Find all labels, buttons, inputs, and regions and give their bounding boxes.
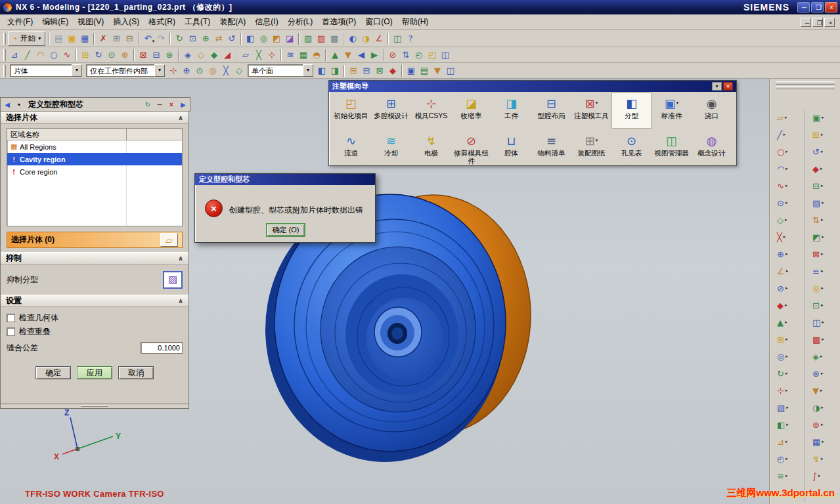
edit-down-icon[interactable]: ▼ bbox=[342, 49, 355, 62]
select-b-icon[interactable]: ⊟ bbox=[360, 64, 373, 77]
rail-icon-18[interactable]: ◧▸ bbox=[774, 416, 801, 433]
paste-icon[interactable]: ⊟ bbox=[123, 32, 136, 45]
open-icon[interactable]: ▣ bbox=[65, 32, 78, 45]
rail-icon-18[interactable]: ⊕▸ bbox=[810, 416, 836, 433]
rail-icon-3[interactable]: ◠▸ bbox=[774, 160, 801, 177]
chevron-down-icon[interactable]: ▾ bbox=[303, 64, 313, 77]
select-f-icon[interactable]: ▤ bbox=[418, 64, 431, 77]
rail-icon-10[interactable]: ⊘▸ bbox=[774, 280, 801, 297]
rail-icon-21[interactable]: ≋▸ bbox=[774, 467, 801, 484]
wizard-item-2[interactable]: ↯电极 bbox=[411, 130, 451, 166]
cancel-button[interactable]: 取消 bbox=[118, 366, 154, 379]
mold-wizard-dropdown-button[interactable]: ▾ bbox=[712, 82, 722, 91]
snap-point-icon[interactable]: ⊹ bbox=[167, 64, 180, 77]
rail-icon-19[interactable]: ⊿▸ bbox=[774, 433, 801, 450]
menu-item-3[interactable]: 插入(S) bbox=[108, 14, 144, 30]
fit-view-icon[interactable]: ⊡ bbox=[186, 32, 199, 45]
menu-item-7[interactable]: 信息(I) bbox=[250, 14, 282, 30]
type-filter-combo[interactable]: 片体 ▾ bbox=[10, 64, 82, 77]
datum-csys-icon[interactable]: ⊹ bbox=[265, 49, 278, 62]
rail-icon-20[interactable]: ↯▸ bbox=[810, 450, 836, 467]
rail-icon-7[interactable]: ◩▸ bbox=[810, 228, 836, 245]
region-row-0[interactable]: ▦All Regions bbox=[7, 140, 182, 153]
scope-filter-combo[interactable]: 仅在工作部件内部 ▾ bbox=[86, 64, 165, 77]
rail-icon-4[interactable]: ∿▸ bbox=[774, 177, 801, 194]
select-d-icon[interactable]: ◆ bbox=[386, 64, 399, 77]
face-rule-b-icon[interactable]: ◨ bbox=[328, 64, 342, 77]
rail-icon-0[interactable]: ▱▸ bbox=[774, 109, 801, 126]
toolbar-grip[interactable] bbox=[3, 65, 6, 77]
refresh-icon[interactable]: ↻ bbox=[173, 32, 186, 45]
rail-icon-6[interactable]: ⇅▸ bbox=[810, 211, 836, 228]
chevron-down-icon[interactable]: ▾ bbox=[72, 64, 82, 77]
sew-tolerance-input[interactable] bbox=[141, 342, 183, 354]
toolbar-grip[interactable] bbox=[3, 49, 6, 61]
select-g-icon[interactable]: ▼ bbox=[431, 64, 444, 77]
subtract-icon[interactable]: ⊟ bbox=[150, 49, 163, 62]
rail-icon-0[interactable]: ▣▸ bbox=[810, 109, 836, 126]
rail-grip[interactable] bbox=[776, 86, 835, 89]
wizard-item-9[interactable]: ◍概念设计 bbox=[692, 130, 732, 166]
zoom-icon[interactable]: ⊕ bbox=[199, 32, 212, 45]
rail-icon-7[interactable]: ╳▸ bbox=[774, 228, 801, 245]
rail-icon-21[interactable]: ∫▸ bbox=[810, 467, 836, 484]
rail-icon-6[interactable]: ◇▸ bbox=[774, 211, 801, 228]
new-icon[interactable]: ▤ bbox=[52, 32, 65, 45]
section-select-sheet[interactable]: 选择片体 ∧ bbox=[1, 112, 188, 124]
rail-icon-10[interactable]: ◎▸ bbox=[810, 280, 836, 297]
menu-item-6[interactable]: 装配(A) bbox=[215, 14, 250, 30]
pattern-icon[interactable]: ◰ bbox=[426, 49, 439, 62]
snap-quadrant-icon[interactable]: ◇ bbox=[232, 64, 246, 77]
select-c-icon[interactable]: ⊠ bbox=[373, 64, 386, 77]
wizard-item-9[interactable]: ◉浇口 bbox=[692, 93, 732, 129]
wizard-item-7[interactable]: ⊙孔见表 bbox=[611, 130, 652, 166]
shaded-icon[interactable]: ◧ bbox=[244, 32, 257, 45]
wizard-item-8[interactable]: ◫视图管理器 bbox=[652, 130, 692, 166]
face-rule-combo[interactable]: 单个面 ▾ bbox=[248, 64, 313, 77]
snapshot-icon[interactable]: ◪ bbox=[283, 32, 296, 45]
menu-item-4[interactable]: 格式(R) bbox=[144, 14, 180, 30]
rotate-icon[interactable]: ↺ bbox=[225, 32, 238, 45]
datum-axis-icon[interactable]: ╳ bbox=[252, 49, 265, 62]
select-a-icon[interactable]: ⊞ bbox=[347, 64, 360, 77]
rail-icon-14[interactable]: ◈▸ bbox=[810, 348, 836, 365]
section-settings[interactable]: 设置 ∧ bbox=[1, 295, 188, 307]
region-row-1[interactable]: !Cavity region bbox=[7, 153, 182, 165]
edit-up-icon[interactable]: ▲ bbox=[328, 49, 342, 62]
rail-icon-16[interactable]: ▼▸ bbox=[810, 382, 836, 399]
rail-icon-9[interactable]: ≡▸ bbox=[810, 262, 836, 280]
rail-icon-11[interactable]: ◆▸ bbox=[774, 297, 801, 314]
extrude-icon[interactable]: ⊞ bbox=[79, 49, 92, 62]
rail-icon-16[interactable]: ⊹▸ bbox=[774, 382, 801, 399]
rail-grip[interactable] bbox=[776, 81, 835, 85]
mdi-restore-button[interactable]: ❐ bbox=[812, 18, 823, 27]
minimize-button[interactable]: ─ bbox=[797, 2, 810, 12]
rail-icon-11[interactable]: ⊡▸ bbox=[810, 297, 836, 314]
rail-icon-2[interactable]: ○▸ bbox=[774, 143, 801, 160]
snap-center-icon[interactable]: ◎ bbox=[206, 64, 219, 77]
measure-icon[interactable]: ∠ bbox=[372, 32, 386, 45]
boss-icon[interactable]: ⊕ bbox=[118, 49, 131, 62]
window-icon[interactable]: ◫ bbox=[391, 32, 404, 45]
error-dialog-titlebar[interactable]: 定义型腔和型芯 bbox=[195, 174, 375, 185]
shell-icon[interactable]: ◆ bbox=[208, 49, 221, 62]
rail-icon-14[interactable]: ◎▸ bbox=[774, 348, 801, 365]
dialog-dropdown-button[interactable]: ▾ bbox=[14, 99, 24, 110]
wizard-item-4[interactable]: ⊔腔体 bbox=[491, 130, 531, 166]
analysis-icon[interactable]: ◑ bbox=[359, 32, 372, 45]
ok-button[interactable]: 确定 bbox=[35, 366, 71, 379]
restore-button[interactable]: ❐ bbox=[811, 2, 824, 12]
rail-icon-1[interactable]: ╱▸ bbox=[774, 126, 801, 143]
error-ok-button[interactable]: 确定 (O) bbox=[266, 223, 305, 237]
draft-icon[interactable]: ◢ bbox=[221, 49, 234, 62]
dialog-back-button[interactable]: ◀ bbox=[2, 99, 12, 110]
wizard-item-6[interactable]: ⊠▾注塑模工具 bbox=[571, 93, 611, 129]
wizard-item-3[interactable]: ◪收缩率 bbox=[451, 93, 491, 129]
wizard-item-6[interactable]: ⊞▾装配图纸 bbox=[571, 130, 611, 166]
wizard-item-0[interactable]: ∿流道 bbox=[331, 130, 371, 166]
extend-icon[interactable]: ⇅ bbox=[399, 49, 412, 62]
section-suppress[interactable]: 抑制 ∧ bbox=[1, 252, 188, 264]
rail-icon-2[interactable]: ↺▸ bbox=[810, 143, 836, 160]
edit-left-icon[interactable]: ◀ bbox=[355, 49, 368, 62]
trim-icon[interactable]: ⊘ bbox=[386, 49, 399, 62]
